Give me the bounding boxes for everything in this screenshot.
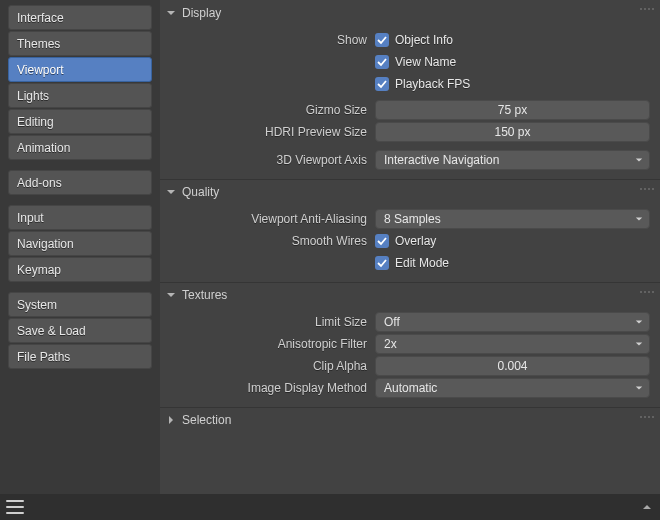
- drag-grip-icon[interactable]: [640, 188, 654, 196]
- panel-title: Quality: [182, 185, 219, 199]
- sidebar-item-addons[interactable]: Add-ons: [8, 170, 152, 195]
- hdri-size-field[interactable]: 150 px: [375, 122, 650, 142]
- sidebar-item-label: Lights: [17, 89, 49, 103]
- select-value: Automatic: [384, 381, 437, 395]
- sidebar-item-file-paths[interactable]: File Paths: [8, 344, 152, 369]
- scroll-to-top-button[interactable]: [640, 500, 654, 514]
- panel-body-display: Show Object Info View Name: [160, 25, 660, 179]
- sidebar-item-input[interactable]: Input: [8, 205, 152, 230]
- row-label-gizmo-size: Gizmo Size: [170, 103, 375, 117]
- bottom-bar: [0, 494, 660, 520]
- disclosure-down-icon: [166, 8, 176, 18]
- disclosure-down-icon: [166, 187, 176, 197]
- disclosure-right-icon: [166, 415, 176, 425]
- row-label-smooth-wires: Smooth Wires: [170, 234, 375, 248]
- anisotropic-select[interactable]: 2x: [375, 334, 650, 354]
- row-label-anisotropic: Anisotropic Filter: [170, 337, 375, 351]
- panel-body-textures: Limit Size Off Anisotropic Filter 2x: [160, 307, 660, 407]
- select-value: Interactive Navigation: [384, 153, 499, 167]
- sidebar-group: System Save & Load File Paths: [8, 292, 152, 369]
- sidebar-item-label: File Paths: [17, 350, 70, 364]
- sidebar-item-editing[interactable]: Editing: [8, 109, 152, 134]
- sidebar-item-interface[interactable]: Interface: [8, 5, 152, 30]
- row-label-clip-alpha: Clip Alpha: [170, 359, 375, 373]
- field-value: 150 px: [494, 125, 530, 139]
- drag-grip-icon[interactable]: [640, 416, 654, 424]
- sidebar-item-system[interactable]: System: [8, 292, 152, 317]
- hamburger-menu-button[interactable]: [6, 500, 24, 514]
- chevron-down-icon: [635, 337, 643, 351]
- checkbox-object-info[interactable]: [375, 33, 389, 47]
- disclosure-down-icon: [166, 290, 176, 300]
- select-value: Off: [384, 315, 400, 329]
- sidebar-item-label: Add-ons: [17, 176, 62, 190]
- sidebar-item-animation[interactable]: Animation: [8, 135, 152, 160]
- sidebar-item-lights[interactable]: Lights: [8, 83, 152, 108]
- row-label-image-display-method: Image Display Method: [170, 381, 375, 395]
- panel-title: Textures: [182, 288, 227, 302]
- panel-title: Selection: [182, 413, 231, 427]
- panel-body-quality: Viewport Anti-Aliasing 8 Samples Smooth …: [160, 204, 660, 282]
- panel-header-quality[interactable]: Quality: [160, 179, 660, 204]
- panel-header-selection[interactable]: Selection: [160, 407, 660, 432]
- sidebar-item-label: Interface: [17, 11, 64, 25]
- sidebar-group: Interface Themes Viewport Lights Editing…: [8, 5, 152, 160]
- row-label-limit-size: Limit Size: [170, 315, 375, 329]
- checkbox-label: Overlay: [395, 234, 436, 248]
- checkbox-label: Playback FPS: [395, 77, 470, 91]
- chevron-down-icon: [635, 212, 643, 226]
- sidebar-item-viewport[interactable]: Viewport: [8, 57, 152, 82]
- image-display-method-select[interactable]: Automatic: [375, 378, 650, 398]
- limit-size-select[interactable]: Off: [375, 312, 650, 332]
- sidebar-group: Input Navigation Keymap: [8, 205, 152, 282]
- checkbox-edit-mode[interactable]: [375, 256, 389, 270]
- drag-grip-icon[interactable]: [640, 291, 654, 299]
- sidebar-item-navigation[interactable]: Navigation: [8, 231, 152, 256]
- row-label-viewport-aa: Viewport Anti-Aliasing: [170, 212, 375, 226]
- viewport-aa-select[interactable]: 8 Samples: [375, 209, 650, 229]
- sidebar-item-label: Keymap: [17, 263, 61, 277]
- preferences-main: Display Show Object Info View Name: [160, 0, 660, 520]
- clip-alpha-field[interactable]: 0.004: [375, 356, 650, 376]
- checkbox-label: View Name: [395, 55, 456, 69]
- row-label-viewport-axis: 3D Viewport Axis: [170, 153, 375, 167]
- gizmo-size-field[interactable]: 75 px: [375, 100, 650, 120]
- field-value: 0.004: [497, 359, 527, 373]
- sidebar-item-themes[interactable]: Themes: [8, 31, 152, 56]
- chevron-down-icon: [635, 315, 643, 329]
- select-value: 2x: [384, 337, 397, 351]
- panel-header-textures[interactable]: Textures: [160, 282, 660, 307]
- sidebar-item-label: Viewport: [17, 63, 63, 77]
- field-value: 75 px: [498, 103, 527, 117]
- sidebar-group: Add-ons: [8, 170, 152, 195]
- sidebar-item-label: Save & Load: [17, 324, 86, 338]
- chevron-down-icon: [635, 153, 643, 167]
- checkbox-view-name[interactable]: [375, 55, 389, 69]
- sidebar-item-save-load[interactable]: Save & Load: [8, 318, 152, 343]
- checkbox-overlay[interactable]: [375, 234, 389, 248]
- select-value: 8 Samples: [384, 212, 441, 226]
- sidebar-item-label: Navigation: [17, 237, 74, 251]
- chevron-down-icon: [635, 381, 643, 395]
- sidebar-item-label: Input: [17, 211, 44, 225]
- checkbox-label: Edit Mode: [395, 256, 449, 270]
- panel-header-display[interactable]: Display: [160, 0, 660, 25]
- sidebar-item-label: System: [17, 298, 57, 312]
- sidebar-item-label: Themes: [17, 37, 60, 51]
- panel-title: Display: [182, 6, 221, 20]
- row-label-show: Show: [170, 33, 375, 47]
- sidebar-item-label: Animation: [17, 141, 70, 155]
- row-label-hdri-size: HDRI Preview Size: [170, 125, 375, 139]
- sidebar-item-keymap[interactable]: Keymap: [8, 257, 152, 282]
- preferences-sidebar: Interface Themes Viewport Lights Editing…: [0, 0, 160, 520]
- viewport-axis-select[interactable]: Interactive Navigation: [375, 150, 650, 170]
- checkbox-label: Object Info: [395, 33, 453, 47]
- drag-grip-icon[interactable]: [640, 8, 654, 16]
- checkbox-playback-fps[interactable]: [375, 77, 389, 91]
- sidebar-item-label: Editing: [17, 115, 54, 129]
